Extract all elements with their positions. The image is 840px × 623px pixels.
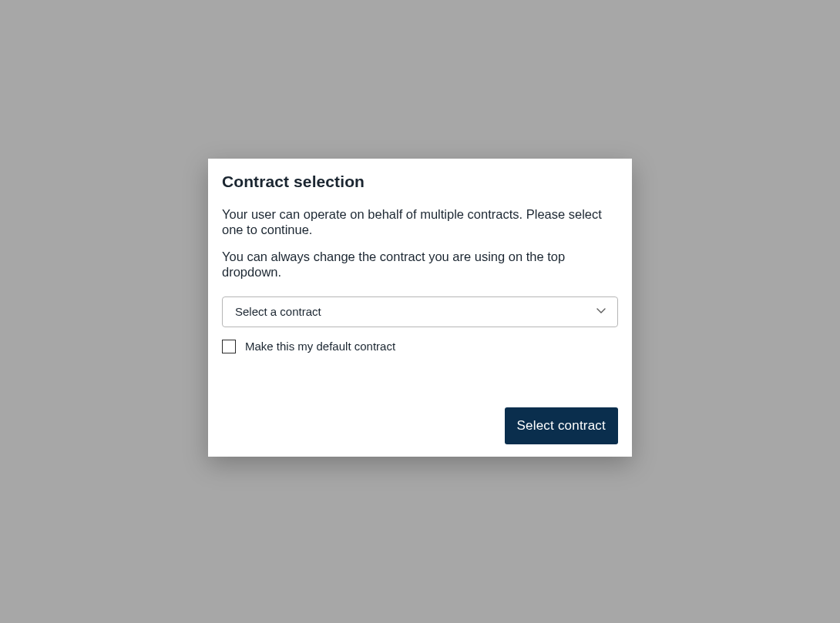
contract-select-placeholder: Select a contract — [235, 305, 321, 318]
modal-description-2: You can always change the contract you a… — [222, 249, 618, 280]
default-contract-checkbox[interactable] — [222, 340, 236, 353]
default-contract-row: Make this my default contract — [222, 340, 618, 353]
contract-select[interactable]: Select a contract — [222, 296, 618, 327]
contract-selection-modal: Contract selection Your user can operate… — [208, 159, 632, 457]
modal-footer: Select contract — [222, 407, 618, 444]
contract-select-wrapper: Select a contract — [222, 296, 618, 327]
select-contract-button[interactable]: Select contract — [505, 407, 618, 444]
modal-description-1: Your user can operate on behalf of multi… — [222, 206, 618, 237]
default-contract-label: Make this my default contract — [245, 340, 395, 353]
modal-title: Contract selection — [222, 172, 618, 191]
modal-backdrop: Contract selection Your user can operate… — [0, 0, 840, 623]
